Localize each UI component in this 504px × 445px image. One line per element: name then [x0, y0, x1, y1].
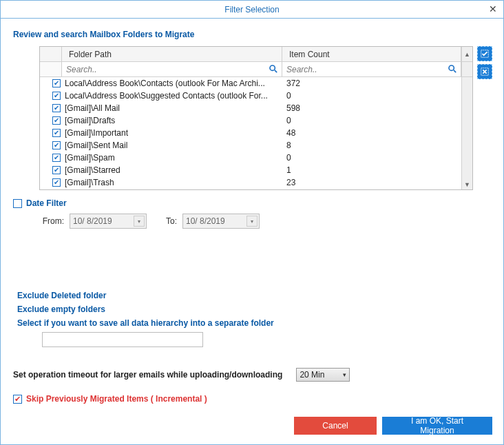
hierarchy-input[interactable]: [42, 332, 203, 347]
row-checkbox[interactable]: ✔: [52, 104, 61, 112]
to-label: To:: [152, 216, 177, 226]
grid-corner: [40, 47, 62, 61]
row-path: [Gmail]\Sent Mail: [62, 141, 282, 150]
row-checkbox[interactable]: ✔: [52, 116, 61, 125]
from-label: From:: [39, 216, 64, 226]
search-path-input[interactable]: Search..: [62, 62, 282, 76]
search-count-input[interactable]: Search..: [282, 62, 461, 76]
svg-line-1: [275, 70, 277, 72]
row-count: 372: [282, 79, 461, 88]
scroll-up-icon[interactable]: ▲: [461, 47, 472, 61]
search-icon[interactable]: [448, 64, 456, 75]
row-path: [Gmail]\Starred: [62, 165, 282, 175]
row-checkbox[interactable]: ✔: [52, 79, 61, 87]
chevron-down-icon: ▾: [343, 371, 346, 378]
svg-point-0: [270, 65, 275, 70]
row-checkbox[interactable]: ✔: [52, 178, 61, 187]
table-row[interactable]: ✔[Gmail]\Important48: [40, 127, 472, 139]
row-count: 8: [282, 141, 461, 150]
row-checkbox[interactable]: ✔: [52, 166, 61, 174]
skip-migrated-label: Skip Previously Migrated Items ( Increme…: [26, 394, 207, 404]
row-path: [Gmail]\Spam: [62, 153, 282, 163]
table-row[interactable]: ✔[Gmail]\Trash\MY_New_Emails0: [40, 189, 472, 189]
section-title: Review and search Mailbox Folders to Mig…: [13, 30, 492, 39]
table-row[interactable]: ✔[Gmail]\Sent Mail8: [40, 139, 472, 152]
hierarchy-label: Select if you want to save all data hier…: [17, 318, 274, 328]
titlebar: Filter Selection ✕: [1, 1, 503, 19]
close-icon[interactable]: ✕: [488, 4, 498, 14]
start-migration-button[interactable]: I am OK, Start Migration: [382, 417, 492, 435]
row-checkbox[interactable]: ✔: [52, 141, 61, 149]
from-date-input[interactable]: 10/ 8/2019 ▾: [70, 214, 147, 229]
exclude-deleted-label: Exclude Deleted folder: [17, 291, 106, 300]
timeout-select[interactable]: 20 Min ▾: [296, 368, 350, 382]
table-row[interactable]: ✔[Gmail]\Spam0: [40, 152, 472, 164]
row-path: [Gmail]\Important: [62, 128, 282, 138]
exclude-empty-label: Exclude empty folders: [17, 304, 105, 314]
table-row[interactable]: ✔Local\Address Book\Contacts (outlook Fo…: [40, 77, 472, 90]
row-path: [Gmail]\All Mail: [62, 103, 282, 113]
grid-body: ✔Local\Address Book\Contacts (outlook Fo…: [40, 77, 472, 189]
search-icon[interactable]: [269, 64, 277, 75]
window-title: Filter Selection: [224, 5, 279, 14]
scrollbar[interactable]: [461, 77, 472, 189]
row-count: 23: [282, 178, 461, 187]
column-header-count[interactable]: Item Count: [282, 47, 461, 61]
row-checkbox[interactable]: ✔: [52, 92, 61, 100]
row-count: 598: [282, 103, 461, 113]
skip-migrated-checkbox[interactable]: ✔: [13, 395, 22, 404]
row-path: Local\Address Book\Contacts (outlook For…: [62, 79, 282, 88]
row-count: 1: [282, 165, 461, 175]
table-row[interactable]: ✔[Gmail]\Trash23: [40, 176, 472, 189]
date-filter-checkbox[interactable]: [13, 199, 22, 208]
folder-grid: Folder Path Item Count ▲ Search.. Search…: [39, 46, 473, 190]
deselect-all-button[interactable]: [477, 64, 492, 79]
table-row[interactable]: ✔Local\Address Book\Suggested Contacts (…: [40, 90, 472, 102]
row-path: [Gmail]\Trash: [62, 178, 282, 187]
row-count: 0: [282, 116, 461, 125]
column-header-path[interactable]: Folder Path: [62, 47, 282, 61]
svg-line-3: [454, 70, 456, 72]
row-count: 0: [282, 153, 461, 163]
table-row[interactable]: ✔[Gmail]\All Mail598: [40, 102, 472, 114]
cancel-button[interactable]: Cancel: [294, 417, 377, 435]
row-count: 0: [282, 91, 461, 101]
row-path: Local\Address Book\Suggested Contacts (o…: [62, 91, 282, 101]
row-path: [Gmail]\Drafts: [62, 116, 282, 125]
search-corner: [40, 62, 62, 76]
chevron-down-icon[interactable]: ▾: [246, 216, 258, 227]
scrollbar-track[interactable]: [461, 62, 472, 76]
select-all-button[interactable]: [477, 46, 492, 61]
row-checkbox[interactable]: ✔: [52, 129, 61, 137]
timeout-label: Set operation timeout for larger emails …: [13, 370, 282, 380]
row-checkbox[interactable]: ✔: [52, 154, 61, 162]
chevron-down-icon[interactable]: ▾: [134, 216, 145, 227]
date-filter-label: Date Filter: [26, 198, 67, 208]
table-row[interactable]: ✔[Gmail]\Starred1: [40, 164, 472, 176]
svg-point-2: [449, 65, 454, 70]
to-date-input[interactable]: 10/ 8/2019 ▾: [182, 214, 260, 229]
table-row[interactable]: ✔[Gmail]\Drafts0: [40, 114, 472, 127]
row-count: 48: [282, 128, 461, 138]
